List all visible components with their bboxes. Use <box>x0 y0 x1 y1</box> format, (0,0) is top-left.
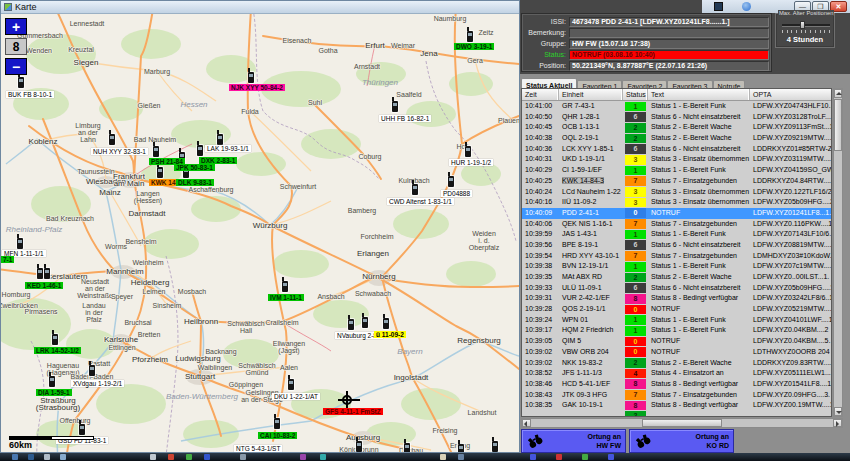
taskbar-app-icon[interactable] <box>12 454 18 460</box>
radio-unit-icon[interactable] <box>404 443 410 452</box>
table-row[interactable]: 10:40:36LCK XYY 1-85-16Status 6 - Nicht … <box>522 144 831 155</box>
map-unit-label[interactable]: XVdgau 1-19-2/1 <box>71 380 124 387</box>
radio-unit-icon[interactable] <box>282 281 288 292</box>
table-row[interactable]: 10:39:59JAS 1-43-11Status 1 - E-Bereit F… <box>522 229 831 240</box>
taskbar-app-icon[interactable] <box>60 454 66 460</box>
radio-unit-icon[interactable] <box>392 101 398 112</box>
map-unit-label[interactable]: DIA 1-59-1 <box>36 389 72 396</box>
table-row[interactable]: 10:40:50QHR 1-28-16Status 6 - Nicht eins… <box>522 112 831 123</box>
radio-unit-icon[interactable] <box>356 441 362 452</box>
table-row[interactable]: 10:38:35GAK 10-19-18Status 8 - Bedingt v… <box>522 400 831 411</box>
map-unit-label[interactable]: IVM 1-11-1 <box>268 294 304 301</box>
table-row[interactable]: 10:39:35MAt ABX RD2Status 2 - E-Bereit W… <box>522 272 831 283</box>
table-row[interactable]: 10:40:09PDD 2-41-10NOTRUFLDFW.XYZ01241LF… <box>522 208 831 219</box>
map-unit-label[interactable]: DLK 9-83-1 <box>176 179 214 186</box>
radio-unit-icon[interactable] <box>274 418 280 429</box>
max-age-slider[interactable] <box>782 22 830 28</box>
table-row[interactable]: 10:40:29CI 1-59-1/EF1Status 1 - E-Bereit… <box>522 165 831 176</box>
map-unit-label[interactable]: JPK 50-83-1 <box>174 164 215 171</box>
column-header[interactable]: Zeit <box>522 89 559 100</box>
radio-unit-icon[interactable] <box>465 146 471 157</box>
radio-unit-icon[interactable] <box>412 184 418 195</box>
horizontal-scrollbar[interactable] <box>521 418 843 428</box>
table-row[interactable]: 10:41:00GR 7-43-11Status 1 - E-Bereit Fu… <box>522 101 831 112</box>
taskbar-app-icon[interactable] <box>186 454 192 460</box>
map-unit-label[interactable]: DKU 1-22-1/AT <box>272 393 320 400</box>
radio-unit-icon[interactable] <box>79 424 85 435</box>
map-unit-label[interactable]: CAI 10-83-2 <box>258 432 297 439</box>
table-row[interactable]: 10:39:54HRD XYY 43-10-17Status 7 - Einsa… <box>522 251 831 262</box>
taskbar-app-icon[interactable] <box>458 454 464 460</box>
table-row[interactable]: 10:39:38BVN 12-19-1/11Status 1 - E-Berei… <box>522 261 831 272</box>
radio-unit-icon[interactable] <box>348 319 354 330</box>
map-unit-label[interactable]: LRK 14-52-1/2 <box>34 347 81 354</box>
scroll-right-button[interactable] <box>833 419 842 427</box>
horizontal-scroll-thumb[interactable] <box>642 419 722 427</box>
taskbar-app-icon[interactable] <box>28 454 34 460</box>
taskbar-app-icon[interactable] <box>530 454 536 460</box>
taskbar-app-icon[interactable] <box>556 454 562 460</box>
scroll-up-button[interactable] <box>834 89 842 98</box>
radio-unit-icon[interactable] <box>288 379 294 390</box>
table-row[interactable]: 10:39:02NKK 19-83-22Status 2 - E-Bereit … <box>522 358 831 369</box>
map-unit-label[interactable]: UHH FB 16-82-1 <box>379 115 431 122</box>
column-header[interactable]: OPTA <box>750 89 832 100</box>
ortung-button-hw-fw[interactable]: Ortung an HW FW <box>521 429 626 453</box>
map-unit-label[interactable]: KED 1-46-1 <box>25 282 63 289</box>
radio-unit-icon[interactable] <box>448 176 454 187</box>
radio-unit-icon[interactable] <box>248 72 254 83</box>
radio-unit-icon[interactable] <box>37 268 43 279</box>
map-unit-label[interactable]: LAK 19-93-1/1 <box>205 145 251 152</box>
radio-unit-icon[interactable] <box>197 145 203 156</box>
table-row[interactable]: 10:39:17HQM 2 Friedrich1Status 1 - E-Ber… <box>522 325 831 336</box>
map-unit-label[interactable]: HUR 1-19-1/2 <box>449 159 493 166</box>
taskbar-app-icon[interactable] <box>582 454 588 460</box>
table-row[interactable]: 2 <box>522 411 831 417</box>
table-row[interactable]: 10:40:24LCd Nauheim 1-223Status 3 - Eins… <box>522 187 831 198</box>
slider-thumb[interactable] <box>800 21 805 29</box>
column-header[interactable]: Text <box>648 89 750 100</box>
table-row[interactable]: 10:39:56BPE 8-19-16Status 6 - Nicht eins… <box>522 240 831 251</box>
radio-unit-icon[interactable] <box>17 238 23 249</box>
table-row[interactable]: 10:39:05QIM 50NOTRUFLDFW.XYZ0.04KBM....5… <box>522 336 831 347</box>
table-row[interactable]: 10:40:38OQL 2-19-12Status 2 - E-Bereit W… <box>522 133 831 144</box>
map-titlebar[interactable]: Karte <box>1 1 519 14</box>
scroll-left-button[interactable] <box>522 419 531 427</box>
table-row[interactable]: 10:39:31VUR 2-42-1/EF8Status 8 - Bedingt… <box>522 293 831 304</box>
table-row[interactable]: 10:38:46HCD 5-41-1/EF8Status 8 - Bedingt… <box>522 379 831 390</box>
map-unit-label[interactable]: DXK 2-83-1 <box>199 157 237 164</box>
radio-unit-icon[interactable] <box>89 365 95 376</box>
vertical-scroll-thumb[interactable] <box>834 99 842 151</box>
column-header[interactable]: Einheit <box>559 89 623 100</box>
table-row[interactable]: 10:40:16IIÜ 11-09-23Status 3 - Einsatz ü… <box>522 197 831 208</box>
taskbar-app-icon[interactable] <box>168 454 174 460</box>
radio-unit-icon[interactable] <box>52 334 58 345</box>
ortung-button-ko-rd[interactable]: Ortung an KO RD <box>629 429 734 453</box>
map-unit-label[interactable]: PD04888 <box>441 190 472 197</box>
map-unit-label[interactable]: BUK FB 8-10-1 <box>6 91 54 98</box>
table-row[interactable]: 10:39:28QOS 2-19-1/10NOTRUFLDFW.XYZ05219… <box>522 304 831 315</box>
taskbar-app-icon[interactable] <box>300 454 306 460</box>
radio-unit-icon[interactable] <box>153 146 159 157</box>
radio-unit-icon[interactable] <box>49 376 55 387</box>
radio-unit-icon[interactable] <box>492 441 498 452</box>
radio-unit-icon[interactable] <box>109 134 115 145</box>
map-unit-label[interactable]: DWO 3-19-1 <box>454 43 494 50</box>
map-canvas[interactable]: LennestadtGummersbachKreuztalWendenSiege… <box>1 14 519 452</box>
taskbar-app-icon[interactable] <box>440 454 446 460</box>
radio-unit-icon[interactable] <box>217 134 223 145</box>
taskbar-app-icon[interactable] <box>320 454 326 460</box>
table-row[interactable]: 10:38:43JTK 09-3 HFG7Status 7 - Einsatzg… <box>522 390 831 401</box>
map-unit-label[interactable]: NJK XYY 50-84-2 <box>229 84 285 91</box>
table-header[interactable]: ZeitEinheitStatusTextOPTA <box>522 89 831 101</box>
table-row[interactable]: 10:40:25KWK 14-84-37Status 7 - Einsatzge… <box>522 176 831 187</box>
table-row[interactable]: 10:38:52JFS 1-11-1/34Status 4 - Einsatzo… <box>522 368 831 379</box>
scroll-down-button[interactable] <box>834 407 842 416</box>
radio-unit-icon[interactable] <box>458 444 464 452</box>
taskbar-app-icon[interactable] <box>240 454 246 460</box>
table-row[interactable]: 10:40:31UKD 1-19-1/13Status 3 - Einsatz … <box>522 154 831 165</box>
taskbar-app-icon[interactable] <box>150 454 156 460</box>
table-row[interactable]: 10:39:33ULÜ 11-09-16Status 6 - Nicht ein… <box>522 283 831 294</box>
radio-unit-icon[interactable] <box>44 268 50 279</box>
map-unit-label[interactable]: NTG 5-43-1/ST <box>234 445 282 452</box>
